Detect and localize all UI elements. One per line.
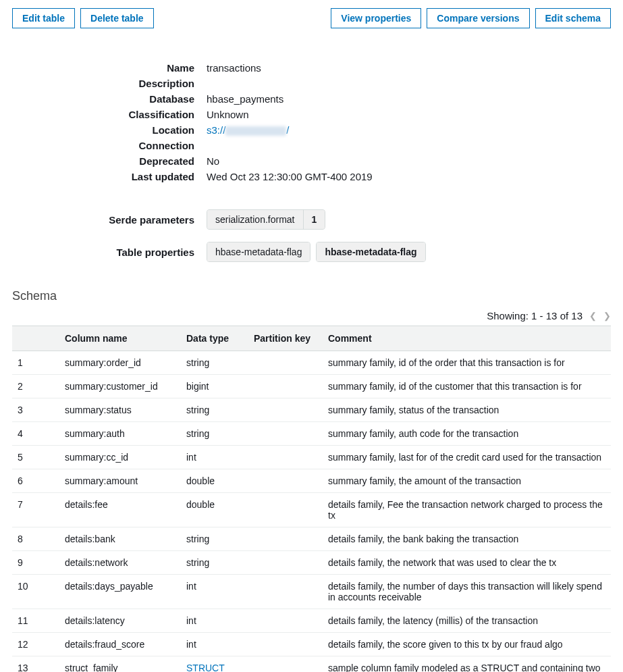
column-name: details:latency	[59, 609, 181, 633]
column-name: details:days_payable	[59, 575, 181, 609]
toolbar-left: Edit table Delete table	[12, 8, 154, 28]
table-row: 6summary:amountdoublesummary family, the…	[12, 469, 611, 493]
column-name: details:fee	[59, 493, 181, 527]
row-number: 7	[12, 493, 59, 527]
schema-table: Column name Data type Partition key Comm…	[12, 326, 611, 672]
column-name: details:network	[59, 551, 181, 575]
table-row: 5summary:cc_idintsummary family, last fo…	[12, 446, 611, 469]
column-name: summary:auth	[59, 422, 181, 446]
label-serde-parameters: Serde parameters	[12, 214, 194, 226]
location-prefix: s3://	[207, 124, 225, 136]
column-name: summary:order_id	[59, 351, 181, 375]
comment: sample column family modeled as a STRUCT…	[323, 656, 611, 672]
value-classification: Unknown	[207, 109, 611, 120]
schema-header-row: Column name Data type Partition key Comm…	[12, 326, 611, 351]
partition-key	[248, 656, 323, 672]
serde-param-key: serialization.format	[207, 210, 303, 229]
label-deprecated: Deprecated	[12, 155, 194, 167]
row-number: 6	[12, 469, 59, 493]
pager-next-icon[interactable]: ❯	[603, 311, 611, 321]
table-row: 11details:latencyintdetails family, the …	[12, 609, 611, 633]
partition-key	[248, 351, 323, 375]
row-number: 2	[12, 375, 59, 398]
label-database: Database	[12, 93, 194, 105]
table-row: 7details:feedoubledetails family, Fee th…	[12, 493, 611, 527]
row-number: 4	[12, 422, 59, 446]
table-prop-pill: hbase-metadata-flag	[316, 242, 425, 262]
value-database: hbase_payments	[207, 93, 611, 105]
pager-prev-icon[interactable]: ❮	[589, 311, 597, 321]
table-row: 4summary:authstringsummary family, auth …	[12, 422, 611, 446]
row-number: 1	[12, 351, 59, 375]
partition-key	[248, 446, 323, 469]
value-serde-parameters: serialization.format 1	[207, 209, 611, 230]
value-last-updated: Wed Oct 23 12:30:00 GMT-400 2019	[207, 171, 611, 182]
compare-versions-button[interactable]: Compare versions	[427, 8, 529, 28]
comment: summary family, the amount of the transa…	[323, 469, 611, 493]
table-row: 2summary:customer_idbigintsummary family…	[12, 375, 611, 398]
data-type: int	[181, 575, 248, 609]
table-row: 9details:networkstringdetails family, th…	[12, 551, 611, 575]
data-type: string	[181, 527, 248, 551]
column-name: summary:cc_id	[59, 446, 181, 469]
serde-param-value: 1	[303, 210, 325, 229]
data-type: bigint	[181, 375, 248, 398]
toolbar: Edit table Delete table View properties …	[12, 8, 611, 28]
location-suffix: /	[286, 124, 289, 136]
location-redacted	[225, 126, 286, 136]
edit-table-button[interactable]: Edit table	[12, 8, 75, 28]
comment: summary family, id of the order that thi…	[323, 351, 611, 375]
row-number: 13	[12, 656, 59, 672]
schema-pager: Showing: 1 - 13 of 13 ❮ ❯	[12, 310, 611, 321]
column-name: details:bank	[59, 527, 181, 551]
data-type[interactable]: STRUCT	[181, 656, 248, 672]
edit-schema-button[interactable]: Edit schema	[535, 8, 611, 28]
location-link[interactable]: s3:///	[207, 124, 290, 136]
table-row: 8details:bankstringdetails family, the b…	[12, 527, 611, 551]
comment: summary family, id of the customer that …	[323, 375, 611, 398]
comment: summary family, status of the transactio…	[323, 398, 611, 422]
table-details: Name transactions Description Database h…	[12, 62, 611, 182]
data-type: string	[181, 398, 248, 422]
value-location: s3:///	[207, 124, 611, 136]
partition-key	[248, 398, 323, 422]
delete-table-button[interactable]: Delete table	[80, 8, 154, 28]
comment: summary family, auth code for the transa…	[323, 422, 611, 446]
comment: details family, the number of days this …	[323, 575, 611, 609]
header-comment: Comment	[323, 326, 611, 351]
column-name: details:fraud_score	[59, 633, 181, 656]
label-location: Location	[12, 124, 194, 136]
pager-text: Showing: 1 - 13 of 13	[487, 310, 583, 321]
table-row: 12details:fraud_scoreintdetails family, …	[12, 633, 611, 656]
row-number: 3	[12, 398, 59, 422]
table-row: 10details:days_payableintdetails family,…	[12, 575, 611, 609]
table-params: Serde parameters serialization.format 1 …	[12, 209, 611, 262]
comment: summary family, last for of the credit c…	[323, 446, 611, 469]
row-number: 10	[12, 575, 59, 609]
label-name: Name	[12, 62, 194, 74]
header-data-type: Data type	[181, 326, 248, 351]
data-type-link[interactable]: STRUCT	[186, 663, 225, 672]
table-prop-key: hbase-metadata-flag	[317, 242, 425, 261]
value-name: transactions	[207, 62, 611, 74]
header-column-name: Column name	[59, 326, 181, 351]
partition-key	[248, 375, 323, 398]
row-number: 12	[12, 633, 59, 656]
partition-key	[248, 633, 323, 656]
label-description: Description	[12, 78, 194, 89]
row-number: 9	[12, 551, 59, 575]
serde-param-pill: serialization.format 1	[207, 209, 325, 230]
comment: details family, the score given to this …	[323, 633, 611, 656]
label-last-updated: Last updated	[12, 171, 194, 182]
table-row: 1summary:order_idstringsummary family, i…	[12, 351, 611, 375]
header-partition-key: Partition key	[248, 326, 323, 351]
data-type: int	[181, 446, 248, 469]
comment: details family, the bank baking the tran…	[323, 527, 611, 551]
header-num	[12, 326, 59, 351]
column-name: summary:customer_id	[59, 375, 181, 398]
data-type: int	[181, 609, 248, 633]
table-prop-pill: hbase-metadata-flag	[207, 242, 310, 262]
view-properties-button[interactable]: View properties	[331, 8, 421, 28]
row-number: 11	[12, 609, 59, 633]
label-table-properties: Table properties	[12, 247, 194, 258]
